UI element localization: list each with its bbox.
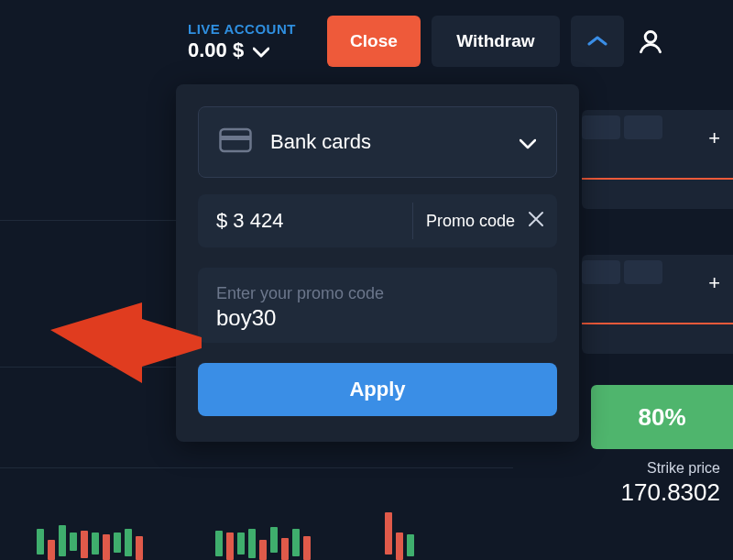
chevron-down-icon xyxy=(520,137,536,148)
side-tab[interactable] xyxy=(624,260,662,284)
chart-background xyxy=(0,505,513,560)
svg-point-0 xyxy=(645,32,656,43)
promo-code-input[interactable]: Enter your promo code boy30 xyxy=(198,268,557,343)
amount-row: $ 3 424 Promo code xyxy=(198,194,557,247)
promo-toggle[interactable]: Promo code xyxy=(413,211,557,232)
profit-badge[interactable]: 80% xyxy=(591,385,733,449)
apply-button[interactable]: Apply xyxy=(198,363,557,416)
withdraw-button[interactable]: Withdraw xyxy=(432,16,560,67)
svg-rect-2 xyxy=(221,136,251,140)
platform-icon-button[interactable] xyxy=(571,16,624,67)
side-panel-2: + xyxy=(582,255,733,354)
profile-button[interactable] xyxy=(637,16,664,67)
side-tab[interactable] xyxy=(624,115,662,139)
close-icon[interactable] xyxy=(528,211,544,232)
payment-method-select[interactable]: Bank cards xyxy=(198,106,557,178)
account-block[interactable]: LIVE ACCOUNT 0.00 $ xyxy=(188,21,296,62)
promo-value: boy30 xyxy=(216,305,539,331)
balance-value: 0.00 $ xyxy=(188,38,244,62)
promo-placeholder: Enter your promo code xyxy=(216,284,539,303)
amount-value[interactable]: $ 3 424 xyxy=(216,209,412,233)
account-balance: 0.00 $ xyxy=(188,38,296,62)
plus-icon[interactable]: + xyxy=(708,271,720,295)
payment-method-label: Bank cards xyxy=(270,130,501,154)
account-type-label: LIVE ACCOUNT xyxy=(188,21,296,37)
header: LIVE ACCOUNT 0.00 $ Close Withdraw xyxy=(0,0,733,82)
strike-block: Strike price 170.8302 xyxy=(621,460,720,507)
deposit-modal: Bank cards $ 3 424 Promo code Enter your… xyxy=(176,84,579,442)
chevron-down-icon[interactable] xyxy=(253,45,269,56)
strike-price: 170.8302 xyxy=(621,478,720,507)
card-icon xyxy=(219,127,252,157)
promo-label: Promo code xyxy=(426,212,515,231)
close-button[interactable]: Close xyxy=(327,16,421,67)
side-panel-1: + xyxy=(582,110,733,209)
strike-label: Strike price xyxy=(621,460,720,477)
grid-line xyxy=(0,467,513,468)
side-tab[interactable] xyxy=(582,115,620,139)
plus-icon[interactable]: + xyxy=(708,126,720,150)
side-tab[interactable] xyxy=(582,260,620,284)
